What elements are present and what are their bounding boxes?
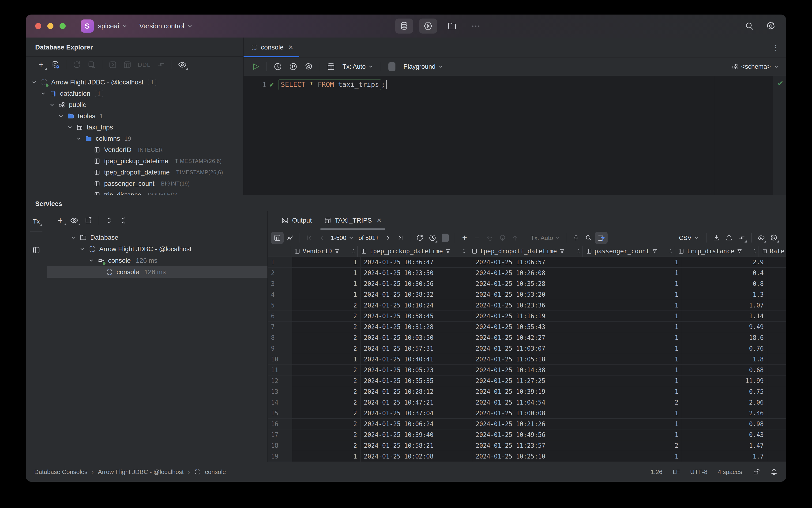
tree-item-column[interactable]: passenger_countBIGINT(19): [26, 178, 243, 189]
rate-cell[interactable]: [767, 267, 786, 278]
breadcrumb-database-consoles[interactable]: Database Consoles: [34, 468, 87, 476]
passenger-count-cell[interactable]: 1: [588, 386, 682, 397]
trip-distance-cell[interactable]: 0.68: [682, 365, 767, 375]
console-settings-button[interactable]: [301, 60, 316, 73]
trip-distance-cell[interactable]: 0.8: [682, 279, 767, 289]
sort-toggle[interactable]: [576, 248, 581, 254]
vendorid-cell[interactable]: 2: [292, 408, 361, 418]
grid-view-options-button[interactable]: [755, 232, 767, 244]
run-playground-button[interactable]: [419, 18, 437, 34]
service-item-connection[interactable]: Arrow Flight JDBC - @localhost: [47, 243, 267, 255]
service-item-database[interactable]: Database: [47, 232, 267, 243]
vendorid-cell[interactable]: 1: [292, 289, 361, 300]
trip-distance-cell[interactable]: 0.98: [682, 419, 767, 429]
table-view-button[interactable]: [120, 58, 135, 71]
ddl-button[interactable]: DDL: [135, 58, 154, 71]
pickup-datetime-cell[interactable]: 2024-01-25 10:03:50: [361, 332, 472, 343]
vendorid-cell[interactable]: 1: [292, 257, 361, 267]
rate-cell[interactable]: [767, 386, 786, 397]
dropoff-datetime-cell[interactable]: 2024-01-25 11:04:54: [472, 397, 588, 408]
pickup-datetime-cell[interactable]: 2024-01-25 10:06:24: [361, 419, 472, 429]
dropoff-datetime-cell[interactable]: 2024-01-25 10:26:08: [472, 267, 588, 278]
vendorid-cell[interactable]: 1: [292, 267, 361, 278]
vendorid-cell[interactable]: 2: [292, 419, 361, 429]
tab-output[interactable]: Output: [276, 211, 317, 229]
vendorid-cell[interactable]: 2: [292, 365, 361, 375]
trip-distance-cell[interactable]: 1.14: [682, 311, 767, 321]
vendorid-cell[interactable]: 1: [292, 451, 361, 462]
dropoff-datetime-cell[interactable]: 2024-01-25 11:06:57: [472, 257, 588, 267]
notifications-bell-icon[interactable]: [770, 468, 778, 476]
vendorid-cell[interactable]: 2: [292, 311, 361, 321]
trip-distance-cell[interactable]: 1.07: [682, 300, 767, 310]
passenger-count-cell[interactable]: 1: [588, 376, 682, 386]
grid-tx-dropdown[interactable]: Tx: Auto: [531, 234, 560, 242]
rate-cell[interactable]: [767, 289, 786, 300]
filter-icon[interactable]: [652, 248, 658, 254]
vendorid-cell[interactable]: 2: [292, 386, 361, 397]
find-in-grid-button[interactable]: [582, 232, 595, 244]
service-item-console-selected[interactable]: console 126 ms: [47, 266, 267, 278]
pickup-datetime-cell[interactable]: 2024-01-25 10:55:35: [361, 376, 472, 386]
filter-icon[interactable]: [559, 248, 565, 254]
pickup-datetime-cell[interactable]: 2024-01-25 10:30:56: [361, 279, 472, 289]
schema-selector-dropdown[interactable]: <schema>: [731, 63, 779, 70]
open-in-new-tab-button[interactable]: [81, 214, 95, 227]
table-row[interactable]: 7 2 2024-01-25 10:31:28 2024-01-25 10:55…: [268, 322, 786, 332]
trip-distance-cell[interactable]: 1.7: [682, 451, 767, 462]
trip-distance-cell[interactable]: 18.6: [682, 332, 767, 343]
pickup-datetime-cell[interactable]: 2024-01-25 10:05:23: [361, 365, 472, 375]
project-menu[interactable]: spiceai: [98, 22, 128, 30]
dropoff-datetime-cell[interactable]: 2024-01-25 11:03:07: [472, 343, 588, 354]
page-range-dropdown[interactable]: 1-500: [331, 234, 354, 242]
last-page-button[interactable]: [394, 232, 407, 244]
trip-distance-cell[interactable]: 11.99: [682, 376, 767, 386]
grid-settings-button[interactable]: [767, 232, 780, 244]
rate-cell[interactable]: [767, 376, 786, 386]
tree-item-column[interactable]: tpep_dropoff_datetimeTIMESTAMP(26,6): [26, 167, 243, 178]
datasource-properties-button[interactable]: [48, 58, 63, 71]
rate-cell[interactable]: [767, 451, 786, 462]
dropoff-datetime-cell[interactable]: 2024-01-25 10:39:19: [472, 386, 588, 397]
close-tab-icon[interactable]: ✕: [376, 217, 381, 224]
table-row[interactable]: 10 1 2024-01-25 10:40:41 2024-01-25 11:0…: [268, 354, 786, 365]
table-row[interactable]: 11 2 2024-01-25 10:05:23 2024-01-25 10:1…: [268, 365, 786, 376]
passenger-count-cell[interactable]: 1: [588, 300, 682, 310]
passenger-count-cell[interactable]: 1: [588, 429, 682, 440]
passenger-count-cell[interactable]: 2: [588, 397, 682, 408]
maximize-window-button[interactable]: [59, 23, 65, 29]
table-row[interactable]: 4 1 2024-01-25 10:38:32 2024-01-25 10:53…: [268, 289, 786, 300]
rate-cell[interactable]: [767, 419, 786, 429]
tree-item-table[interactable]: taxi_trips: [26, 122, 243, 133]
pickup-datetime-cell[interactable]: 2024-01-25 10:36:47: [361, 257, 472, 267]
dropoff-datetime-cell[interactable]: 2024-01-25 10:23:36: [472, 300, 588, 310]
trip-distance-cell[interactable]: 2.46: [682, 408, 767, 418]
vendorid-cell[interactable]: 2: [292, 440, 361, 451]
first-page-button[interactable]: [303, 232, 316, 244]
filter-panel-button[interactable]: [595, 232, 607, 244]
tab-console[interactable]: console ✕: [243, 38, 299, 57]
more-tools-button[interactable]: [467, 18, 485, 34]
table-row[interactable]: 5 2 2024-01-25 10:10:24 2024-01-25 10:23…: [268, 300, 786, 311]
dropoff-datetime-cell[interactable]: 2024-01-25 11:27:25: [472, 376, 588, 386]
rate-cell[interactable]: [767, 365, 786, 375]
vendorid-cell[interactable]: 2: [292, 397, 361, 408]
layout-side-button[interactable]: [32, 246, 41, 254]
breadcrumb-console[interactable]: console: [205, 468, 226, 476]
close-tab-icon[interactable]: ✕: [288, 44, 294, 51]
dropoff-datetime-cell[interactable]: 2024-01-25 11:05:18: [472, 354, 588, 365]
vendorid-cell[interactable]: 2: [292, 429, 361, 440]
vendorid-cell[interactable]: 1: [292, 354, 361, 365]
column-header-trip-distance[interactable]: trip_distance: [675, 246, 759, 257]
passenger-count-cell[interactable]: 1: [588, 343, 682, 354]
column-header-dropoff[interactable]: tpep_dropoff_datetime: [468, 246, 583, 257]
pin-tab-button[interactable]: [570, 232, 582, 244]
table-row[interactable]: 17 2 2024-01-25 10:39:40 2024-01-25 10:4…: [268, 429, 786, 440]
close-window-button[interactable]: [35, 23, 41, 29]
trip-distance-cell[interactable]: 2.06: [682, 397, 767, 408]
vendorid-cell[interactable]: 2: [292, 332, 361, 343]
pickup-datetime-cell[interactable]: 2024-01-25 10:37:04: [361, 408, 472, 418]
trip-distance-cell[interactable]: 1.47: [682, 440, 767, 451]
table-row[interactable]: 18 2 2024-01-25 10:58:21 2024-01-25 11:2…: [268, 440, 786, 451]
pickup-datetime-cell[interactable]: 2024-01-25 10:28:12: [361, 386, 472, 397]
